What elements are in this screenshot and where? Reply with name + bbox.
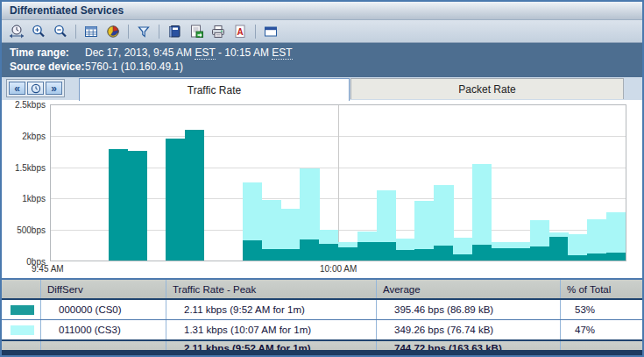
bar-cs3 (377, 190, 396, 242)
cell-diffserv: 011000 (CS3) (40, 320, 166, 339)
time-back-button[interactable]: « (9, 82, 25, 95)
timezone-abbr: EST (195, 46, 215, 60)
window-titlebar: Differentiated Services (2, 2, 642, 20)
y-tick-label: 1.5kbps (2, 163, 46, 173)
bar-cs0 (414, 249, 434, 261)
time-current-button[interactable] (27, 82, 44, 95)
cell-diffserv: 000000 (CS0) (40, 300, 166, 319)
bar-cs3 (319, 230, 338, 244)
y-tick-label: 2kbps (2, 132, 46, 141)
bar-cs3 (472, 164, 492, 246)
new-window-icon[interactable] (261, 23, 280, 40)
bar-cs0 (530, 246, 549, 261)
bar-cs3 (414, 201, 434, 249)
bar-cs3 (434, 185, 453, 246)
time-range-row: Time range: Dec 17, 2013, 9:45 AM EST - … (10, 46, 637, 59)
x-tick-label: 9:45 AM (32, 264, 64, 274)
bar-cs0 (357, 242, 377, 261)
bar-cs3 (511, 242, 530, 247)
bar-cs0 (568, 255, 587, 261)
export-report-icon[interactable] (187, 23, 206, 40)
cell-peak: 2.11 kbps (9:52 AM for 1m) (166, 300, 376, 319)
cell-average: 395.46 bps (86.89 kB) (376, 300, 560, 319)
header-diffserv: DiffServ (40, 280, 166, 298)
cell-pct: 47% (560, 320, 642, 339)
toolbar: A (2, 20, 642, 43)
bar-cs3 (587, 219, 606, 253)
x-tick-label: 10:00 AM (320, 264, 357, 274)
toolbar-separator (159, 25, 159, 39)
traffic-rate-chart: 2.5kbps 2kbps 1.5kbps 1kbps 500bps 0bps … (2, 100, 642, 279)
bar-cs0 (377, 242, 396, 261)
diffserv-table: DiffServ Traffic Rate - Peak Average % o… (2, 278, 642, 356)
bar-cs0 (587, 253, 606, 261)
bar-cs0 (453, 254, 472, 261)
y-tick-label: 2.5kbps (2, 100, 46, 110)
swatch-column-header (2, 280, 40, 298)
bar-cs0 (280, 249, 300, 261)
tab-strip: « » Traffic Rate Packet Rate (2, 77, 642, 101)
cell-pct: 53% (560, 300, 642, 319)
table-view-icon[interactable] (81, 23, 101, 40)
bar-cs0 (549, 237, 569, 261)
bar-cs3 (280, 209, 300, 249)
time-range-value: Dec 17, 2013, 9:45 AM EST - 10:15 AM EST (85, 46, 293, 59)
bar-cs3 (453, 238, 472, 254)
chart-plot[interactable] (50, 104, 626, 261)
zoom-in-icon[interactable] (29, 23, 48, 40)
bar-cs3 (530, 220, 549, 246)
bar-cs0 (300, 239, 319, 261)
toolbar-separator (128, 25, 129, 39)
bar-cs0 (185, 130, 204, 261)
series-swatch-cs0 (11, 305, 34, 315)
bar-cs0 (434, 246, 453, 261)
header-average: Average (376, 280, 560, 298)
bar-cs3 (568, 234, 587, 255)
time-forward-button[interactable]: » (46, 82, 62, 95)
timezone-abbr: EST (272, 46, 292, 60)
series-swatch-cs3 (11, 325, 34, 335)
cell-peak: 1.31 kbps (10:07 AM for 1m) (166, 320, 376, 339)
bar-cs0 (492, 248, 511, 261)
report-book-icon[interactable] (165, 23, 184, 40)
time-nav-group: « » (6, 79, 65, 97)
bar-cs0 (606, 253, 626, 261)
source-device-value: 5760-1 (10.160.49.1) (85, 61, 183, 73)
bar-cs0 (338, 247, 357, 261)
pie-chart-icon[interactable] (103, 23, 123, 40)
pdf-export-icon[interactable]: A (230, 23, 250, 40)
source-device-row: Source device: 5760-1 (10.160.49.1) (10, 61, 637, 73)
source-device-label: Source device: (10, 61, 85, 73)
bar-cs3 (300, 168, 319, 239)
cell-average: 349.26 bps (76.74 kB) (376, 320, 560, 339)
bar-cs3 (606, 212, 626, 253)
bar-cs3 (262, 200, 281, 248)
print-icon[interactable] (209, 23, 228, 40)
tab-packet-rate[interactable]: Packet Rate (350, 78, 624, 99)
time-range-icon[interactable] (7, 23, 26, 40)
bar-cs3 (243, 182, 262, 240)
filter-icon[interactable] (134, 23, 153, 40)
bar-cs3 (396, 239, 415, 250)
svg-text:A: A (237, 26, 243, 36)
header-pct-total: % of Total (560, 280, 642, 298)
table-header-row: DiffServ Traffic Rate - Peak Average % o… (2, 278, 642, 300)
tab-traffic-rate[interactable]: Traffic Rate (79, 78, 350, 101)
y-tick-label: 1kbps (2, 194, 46, 203)
bar-cs0 (396, 250, 415, 261)
bar-cs0 (319, 244, 338, 261)
toolbar-separator (75, 25, 76, 39)
table-row[interactable]: 000000 (CS0) 2.11 kbps (9:52 AM for 1m) … (2, 300, 642, 320)
bar-cs3 (338, 242, 357, 247)
table-row[interactable]: 011000 (CS3) 1.31 kbps (10:07 AM for 1m)… (2, 320, 642, 341)
bar-cs3 (357, 232, 377, 242)
bar-cs0 (109, 149, 128, 261)
bar-cs3 (549, 232, 569, 237)
bar-cs0 (511, 248, 530, 261)
info-panel: Time range: Dec 17, 2013, 9:45 AM EST - … (2, 43, 642, 77)
time-range-label: Time range: (10, 46, 85, 59)
bar-cs0 (262, 249, 281, 261)
bar-cs0 (127, 151, 146, 261)
y-tick-label: 500bps (2, 225, 46, 235)
zoom-out-icon[interactable] (51, 23, 70, 40)
